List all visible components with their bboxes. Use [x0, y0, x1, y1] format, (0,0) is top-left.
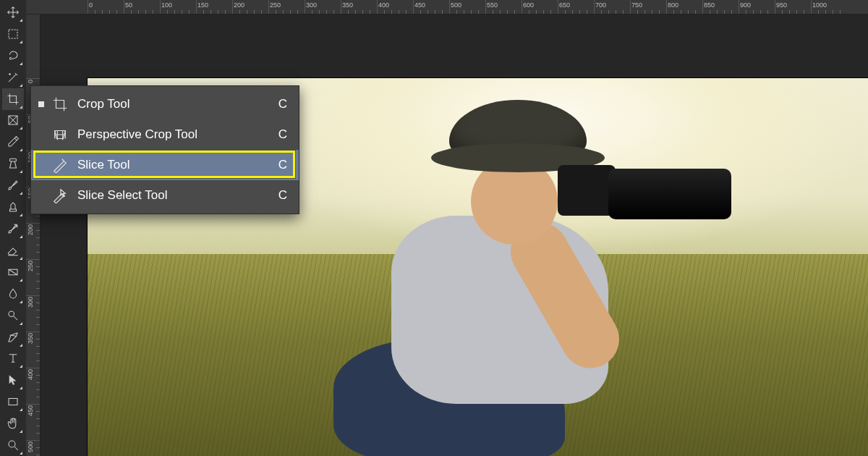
flyout-item-slice-tool[interactable]: Slice ToolC [31, 150, 299, 180]
flyout-item-label: Crop Tool [77, 97, 278, 111]
flyout-item-shortcut: C [278, 158, 287, 172]
slice-icon [50, 156, 70, 174]
current-indicator [38, 101, 44, 107]
svg-rect-2 [10, 159, 17, 162]
flyout-item-shortcut: C [278, 127, 287, 142]
perspective-crop-icon [50, 126, 70, 143]
slice-select-icon [50, 187, 70, 204]
gradient-tool[interactable] [2, 261, 24, 283]
flyout-item-label: Perspective Crop Tool [77, 127, 278, 142]
lasso-tool[interactable] [2, 45, 24, 67]
photographer [305, 100, 695, 440]
tools-panel [0, 0, 26, 456]
svg-point-6 [9, 441, 15, 447]
crop-icon [50, 96, 70, 113]
pen-tool[interactable] [2, 326, 24, 348]
rectangle-shape-tool[interactable] [2, 391, 24, 413]
svg-rect-5 [9, 399, 17, 405]
flyout-item-shortcut: C [278, 188, 287, 203]
flyout-item-shortcut: C [278, 97, 287, 111]
flyout-item-slice-select-tool[interactable]: Slice Select ToolC [31, 180, 299, 211]
tool-flyout-menu: Crop ToolCPerspective Crop ToolCSlice To… [30, 85, 299, 214]
hand-tool[interactable] [2, 413, 24, 434]
spot-heal-tool[interactable] [2, 153, 24, 174]
crop-tool[interactable] [2, 88, 24, 110]
history-brush-tool[interactable] [2, 218, 24, 240]
zoom-tool[interactable] [2, 434, 24, 456]
magic-wand-tool[interactable] [2, 67, 24, 88]
type-tool[interactable] [2, 348, 24, 370]
svg-point-4 [9, 311, 14, 317]
canvas-area[interactable] [41, 14, 868, 456]
path-select-tool[interactable] [2, 369, 24, 391]
brush-tool[interactable] [2, 174, 24, 196]
flyout-item-perspective-crop-tool[interactable]: Perspective Crop ToolC [31, 119, 299, 150]
flyout-item-label: Slice Tool [77, 158, 278, 172]
flyout-item-label: Slice Select Tool [77, 188, 278, 203]
eyedropper-tool[interactable] [2, 131, 24, 153]
horizontal-ruler[interactable]: 0501001502002503003504004505005506006507… [26, 0, 868, 14]
vertical-ruler[interactable]: 050100150200250300350400450500550600 [26, 14, 41, 456]
move-tool[interactable] [2, 1, 24, 23]
svg-rect-0 [9, 30, 17, 38]
blur-tool[interactable] [2, 283, 24, 305]
flyout-item-crop-tool[interactable]: Crop ToolC [31, 89, 299, 119]
rect-marquee-tool[interactable] [2, 23, 24, 45]
clone-stamp-tool[interactable] [2, 196, 24, 218]
eraser-tool[interactable] [2, 240, 24, 261]
frame-tool[interactable] [2, 110, 24, 132]
dodge-tool[interactable] [2, 305, 24, 326]
